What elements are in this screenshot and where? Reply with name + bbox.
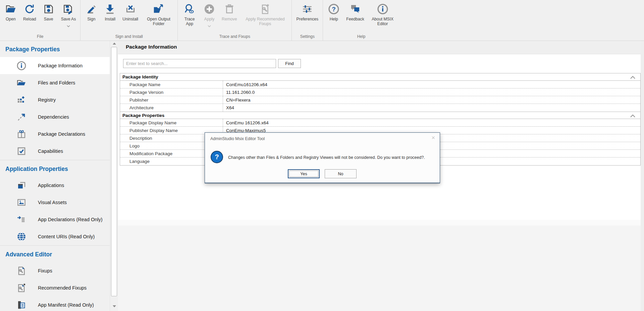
sign-pencil-icon — [85, 2, 98, 16]
row-value[interactable]: X64 — [223, 104, 640, 112]
open-output-folder-icon — [152, 2, 165, 16]
save-as-button[interactable]: Save As — [58, 0, 79, 28]
collapse-chevron-icon[interactable] — [630, 75, 636, 80]
scrollbar-up-arrow[interactable] — [110, 41, 118, 46]
apply-button[interactable]: Apply — [200, 0, 219, 28]
save-icon — [42, 2, 55, 16]
close-icon[interactable]: × — [431, 135, 435, 141]
gift-box-icon — [16, 129, 27, 139]
uninstall-button[interactable]: Uninstall — [119, 0, 141, 21]
sidebar-item-content-uris[interactable]: Content URIs (Read Only) — [0, 228, 110, 245]
toolbar-group-sign-install: Sign Install Uninstall Open Output Folde… — [80, 0, 178, 41]
no-button[interactable]: No — [325, 169, 357, 178]
sidebar-item-label: Visual Assets — [38, 200, 67, 205]
section-header-package-properties: Package Properties — [120, 112, 640, 119]
main-scrollbar-track[interactable] — [641, 41, 644, 311]
content-background — [118, 220, 641, 226]
open-folder-icon — [4, 2, 17, 16]
row-value[interactable]: CN=Flexera — [223, 96, 640, 104]
about-msix-editor-button[interactable]: About MSIX Editor — [367, 0, 398, 26]
sidebar-item-registry[interactable]: Registry — [0, 91, 110, 108]
reload-icon — [23, 2, 36, 16]
sidebar-item-label: Fixups — [38, 268, 52, 273]
sidebar-divider — [0, 160, 110, 160]
apply-recommended-fixups-button[interactable]: Apply Recommended Fixups — [240, 0, 290, 26]
sidebar-item-dependencies[interactable]: Dependencies — [0, 108, 110, 125]
sidebar-item-applications[interactable]: Applications — [0, 177, 110, 194]
trace-app-button[interactable]: Trace App — [179, 0, 200, 26]
sidebar-item-files-and-folders[interactable]: Files and Folders — [0, 74, 110, 91]
toolbar-group-file: Open Reload Save Save As — [0, 0, 80, 41]
sidebar-item-package-information[interactable]: Package Information — [0, 57, 110, 74]
save-button[interactable]: Save — [39, 0, 58, 21]
sidebar-item-visual-assets[interactable]: Visual Assets — [0, 194, 110, 211]
row-value[interactable]: 11.161.2060.0 — [223, 88, 640, 96]
sidebar-divider — [0, 245, 110, 246]
sidebar-item-fixups[interactable]: Fixups — [0, 262, 110, 279]
find-button[interactable]: Find — [278, 59, 301, 68]
section-header-label: Package Identity — [122, 74, 158, 79]
feedback-bubble-icon — [349, 2, 362, 16]
open-button[interactable]: Open — [1, 0, 20, 21]
sidebar-item-label: Package Declarations — [38, 131, 85, 137]
row-value[interactable]: ConEmu 161206.x64 — [223, 119, 640, 126]
arrow-list-icon — [16, 214, 27, 225]
sidebar-header-advanced-editor: Advanced Editor — [0, 246, 110, 262]
open-output-folder-button[interactable]: Open Output Folder — [141, 0, 176, 26]
apply-plus-icon — [203, 2, 216, 16]
trash-icon — [223, 2, 236, 16]
row-label: Architecture — [120, 104, 223, 112]
uninstall-icon — [124, 2, 137, 16]
table-row: Package Display Name ConEmu 161206.x64 — [120, 119, 640, 127]
svg-text:?: ? — [332, 6, 336, 13]
sidebar-scrollbar[interactable] — [110, 41, 118, 311]
save-as-dropdown-icon[interactable] — [67, 22, 70, 28]
group-label-file: File — [1, 34, 79, 41]
save-as-label: Save As — [61, 17, 76, 21]
table-row: Package Name ConEmu161206.x64 — [120, 81, 640, 88]
uninstall-label: Uninstall — [122, 17, 138, 21]
row-value[interactable]: ConEmu161206.x64 — [223, 81, 640, 88]
remove-button[interactable]: Remove — [219, 0, 240, 21]
table-row: Package Version 11.161.2060.0 — [120, 88, 640, 96]
registry-blocks-icon — [16, 95, 27, 105]
yes-button[interactable]: Yes — [288, 169, 320, 178]
sidebar-item-label: Dependencies — [38, 114, 69, 120]
group-label-settings: Settings — [293, 34, 321, 41]
row-label: Publisher — [120, 96, 223, 104]
sidebar-item-app-declarations[interactable]: App Declarations (Read Only) — [0, 211, 110, 228]
toolbar-group-settings: Preferences Settings — [292, 0, 323, 41]
sidebar-header-package-properties: Package Properties — [0, 41, 110, 57]
scrollbar-down-arrow[interactable] — [110, 304, 118, 309]
collapse-chevron-icon[interactable] — [630, 114, 636, 119]
scrollbar-thumb[interactable] — [111, 47, 117, 296]
search-input[interactable] — [123, 59, 276, 68]
sign-label: Sign — [87, 17, 95, 21]
image-icon — [16, 197, 27, 208]
apply-dropdown-icon[interactable] — [208, 22, 211, 28]
dependency-arrow-icon — [16, 112, 27, 122]
app-windows-icon — [16, 180, 27, 191]
sidebar-item-app-manifest[interactable]: App Manifest (Read Only) — [0, 296, 110, 311]
page-title: Package Information — [126, 44, 177, 50]
help-button[interactable]: ? Help — [324, 0, 343, 21]
sidebar-item-recommended-fixups[interactable]: Recommended Fixups — [0, 279, 110, 296]
section-header-package-identity: Package Identity — [120, 73, 640, 81]
checkbox-icon — [16, 146, 27, 157]
ribbon-toolbar: Open Reload Save Save As — [0, 0, 644, 41]
sidebar-item-capabilities[interactable]: Capabilities — [0, 142, 110, 160]
reload-button[interactable]: Reload — [20, 0, 39, 21]
feedback-button[interactable]: Feedback — [343, 0, 367, 21]
install-arrow-icon — [104, 2, 116, 16]
sidebar-item-label: Package Information — [38, 63, 83, 68]
fixup-wrench-star-icon — [16, 283, 27, 293]
preferences-button[interactable]: Preferences — [293, 0, 321, 21]
preferences-label: Preferences — [296, 17, 318, 21]
recommended-fixups-icon — [259, 2, 271, 16]
sign-button[interactable]: Sign — [82, 0, 101, 21]
row-label: Package Version — [120, 88, 223, 96]
sidebar-item-package-declarations[interactable]: Package Declarations — [0, 125, 110, 142]
info-circle-icon — [16, 60, 27, 71]
about-msix-editor-label: About MSIX Editor — [370, 17, 395, 26]
install-button[interactable]: Install — [101, 0, 119, 21]
